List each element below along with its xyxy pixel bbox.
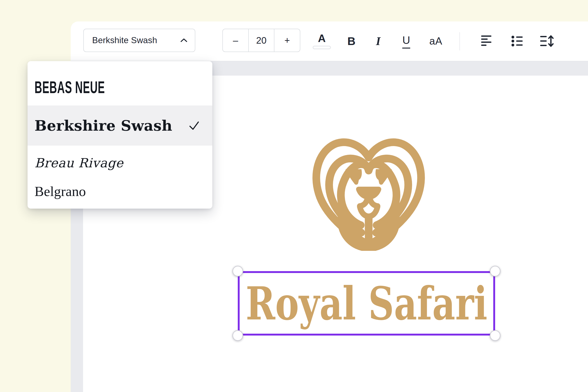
font-option-label: Breau Rivage: [34, 156, 124, 170]
editor-stage: Berkshite Swash – 20 + A B I U aA: [0, 0, 588, 392]
toolbar-divider: [460, 32, 460, 50]
italic-icon: I: [376, 34, 380, 48]
font-selector-button[interactable]: Berkshite Swash: [83, 29, 195, 52]
text-color-swatch: [313, 46, 331, 49]
line-spacing-button[interactable]: [536, 30, 559, 53]
text-case-button[interactable]: aA: [422, 30, 450, 53]
text-toolbar: Berkshite Swash – 20 + A B I U aA: [71, 22, 588, 61]
check-icon: [188, 119, 201, 132]
underline-icon: U: [402, 34, 410, 48]
font-option-belgrano[interactable]: Belgrano: [28, 177, 212, 205]
chevron-up-icon: [180, 38, 188, 43]
line-spacing-icon: [540, 35, 554, 47]
text-color-button[interactable]: A: [311, 30, 332, 53]
canvas-text[interactable]: Royal Safari: [246, 281, 488, 326]
font-section-header-label: BEBAS NEUE: [34, 78, 105, 97]
font-size-increase-button[interactable]: +: [274, 29, 300, 52]
underline-button[interactable]: U: [395, 30, 418, 53]
text-case-icon: aA: [429, 35, 442, 47]
font-option-breau-rivage[interactable]: Breau Rivage: [28, 148, 212, 177]
font-option-label: Belgrano: [34, 184, 86, 200]
font-option-berkshire-swash[interactable]: Berkshire Swash: [28, 106, 212, 146]
text-align-button[interactable]: [476, 30, 499, 53]
bold-icon: B: [348, 35, 356, 48]
bold-button[interactable]: B: [340, 30, 362, 53]
text-element-selection[interactable]: Royal Safari: [238, 271, 495, 336]
lion-logo[interactable]: [308, 130, 429, 251]
font-size-stepper: – 20 +: [222, 29, 300, 52]
font-option-label: Berkshire Swash: [34, 117, 172, 134]
font-section-header: BEBAS NEUE: [34, 76, 212, 98]
selection-handle-top-left[interactable]: [232, 266, 243, 276]
italic-button[interactable]: I: [367, 30, 390, 53]
selection-handle-bottom-right[interactable]: [490, 330, 500, 341]
bullet-list-icon: [512, 35, 524, 47]
selection-handle-top-right[interactable]: [490, 266, 500, 276]
font-size-value[interactable]: 20: [248, 29, 275, 52]
font-size-decrease-button[interactable]: –: [223, 29, 248, 52]
text-color-icon: A: [318, 33, 326, 44]
font-selector-label: Berkshite Swash: [92, 36, 157, 45]
font-dropdown-menu: BEBAS NEUE Berkshire Swash Breau Rivage …: [28, 61, 212, 208]
bullet-list-button[interactable]: [506, 30, 529, 53]
align-left-icon: [481, 35, 493, 47]
selection-handle-bottom-left[interactable]: [232, 330, 243, 341]
